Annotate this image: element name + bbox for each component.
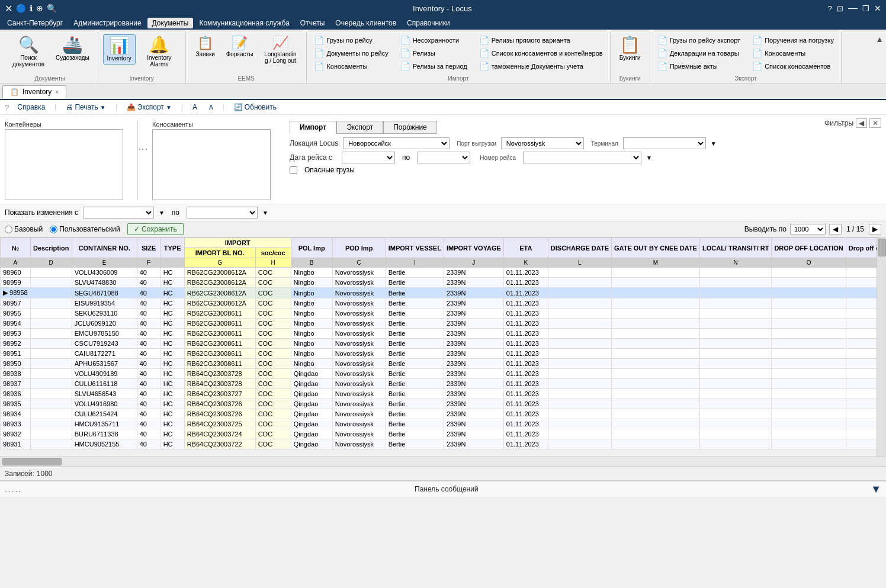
ribbon-longstanding[interactable]: 📈 Longstanding / Long out [259, 34, 301, 66]
search-icon-1[interactable]: ⊕ [36, 4, 43, 13]
menu-reference[interactable]: Справочники [402, 18, 455, 28]
h-scroll-thumb[interactable] [2, 458, 62, 465]
ribbon-customs-docs[interactable]: 📄 таможенные Документы учета [477, 60, 605, 72]
ribbon-loading-orders[interactable]: 📄 Поручения на погрузку [750, 34, 836, 46]
ribbon-bl-export[interactable]: 📄 Коносаменты [750, 47, 836, 59]
table-row[interactable]: 98935VOLU491698040HCRB64CQ23003726COCQin… [1, 399, 877, 409]
dangerous-cargo-check[interactable] [290, 166, 297, 174]
menu-spb[interactable]: Санкт-Петербург [2, 18, 68, 28]
filter-drag-divider[interactable]: ⋮ [137, 121, 138, 200]
msg-arrow[interactable]: ▼ [871, 483, 881, 496]
table-row[interactable]: ▶ 98958SEGU487108840HCRB62CG23008612ACOC… [1, 288, 877, 298]
vertical-scrollbar[interactable] [877, 237, 886, 457]
table-row[interactable]: 98950APHU653156740HCRB62CG23008611COCNin… [1, 359, 877, 369]
ribbon-damage[interactable]: 📄 Несохранности [398, 34, 470, 46]
horizontal-scrollbar[interactable] [0, 457, 886, 466]
help-btn-action[interactable]: Справка [14, 102, 49, 113]
table-container[interactable]: № Description CONTAINER NO. SIZE TYPE IM… [0, 237, 877, 457]
port-select[interactable]: Novorossiysk [501, 137, 584, 149]
scroll-thumb[interactable] [878, 239, 886, 256]
save-view-btn[interactable]: ✓ Сохранить [127, 223, 184, 235]
minimize-btn[interactable]: — [848, 3, 858, 14]
table-row[interactable]: 98931HMCU905215540HCRB64CQ23003722COCQin… [1, 439, 877, 449]
table-row[interactable]: 98952CSCU791924340HCRB62CG23008611COCNin… [1, 339, 877, 349]
main-table: № Description CONTAINER NO. SIZE TYPE IM… [0, 237, 877, 449]
changes-from-select[interactable] [83, 207, 154, 219]
table-row[interactable]: 98933HMCU913571140HCRB64CQ23003725COCQin… [1, 419, 877, 429]
custom-radio-label[interactable]: Пользовательский [50, 225, 120, 233]
tab-empty[interactable]: Порожние [383, 121, 437, 134]
table-row[interactable]: 98936SLVU465654340HCRB64CQ23003727COCQin… [1, 389, 877, 399]
changes-to-select[interactable] [187, 207, 258, 219]
date-to-select[interactable] [417, 152, 470, 163]
table-row[interactable]: 98959SLVU474883040HCRB62CG23008612ACOCNi… [1, 278, 877, 288]
ribbon-releases-period[interactable]: 📄 Релизы за период [398, 60, 470, 72]
table-row[interactable]: 98938VOLU490918940HCRB64CQ23003728COCQin… [1, 369, 877, 379]
tab-inventory[interactable]: 📋 Inventory × [2, 85, 66, 99]
restore-icon[interactable]: 🔵 [16, 4, 26, 13]
ribbon-search-docs[interactable]: 🔍 Поиск документов [7, 34, 50, 70]
ribbon-cargo-voyage[interactable]: 📄 Грузы по рейсу [312, 34, 390, 46]
custom-radio[interactable] [50, 226, 57, 233]
print-btn[interactable]: 🖨 Печать ▼ [62, 102, 109, 113]
ribbon-docs-voyage[interactable]: 📄 Документы по рейсу [312, 47, 390, 59]
filter-close-btn[interactable]: ✕ [869, 118, 881, 128]
refresh-btn[interactable]: 🔄 Обновить [230, 102, 280, 113]
ribbon-declarations[interactable]: 📄 Декларации на товары [655, 47, 743, 59]
page-next-btn[interactable]: ▶ [869, 224, 881, 234]
ribbon-bl-list-export[interactable]: 📄 Список коносаментов [750, 60, 836, 72]
konosaments-input[interactable] [152, 129, 271, 200]
close-btn[interactable]: ✕ [874, 4, 881, 13]
menu-comms[interactable]: Коммуникационная служба [194, 18, 294, 28]
font-large-btn[interactable]: А [189, 102, 201, 113]
font-small-btn[interactable]: А [206, 103, 217, 112]
base-radio[interactable] [5, 226, 12, 233]
voyage-select[interactable] [523, 152, 641, 163]
filter-collapse-btn[interactable]: ◀ [856, 118, 867, 128]
menu-docs[interactable]: Документы [147, 18, 194, 28]
menu-admin[interactable]: Администрирование [69, 18, 146, 28]
table-row[interactable]: 98957EISU991935440HCRB62CG23008612ACOCNi… [1, 298, 877, 309]
table-row[interactable]: 98954JCLU609912040HCRB62CG23008611COCNin… [1, 319, 877, 329]
maximize-btn[interactable]: ❐ [862, 4, 869, 13]
tab-export[interactable]: Экспорт [336, 121, 383, 134]
location-select[interactable]: Новороссийск [343, 137, 450, 149]
table-row[interactable]: 98932BURU671133840HCRB64CQ23003724COCQin… [1, 429, 877, 439]
menu-queue[interactable]: Очередь клиентов [330, 18, 401, 28]
ribbon-vessel-calls[interactable]: 🚢 Судозаходы [52, 34, 93, 63]
ribbon-release-direct[interactable]: 📄 Релизы прямого варианта [477, 34, 605, 46]
ribbon-inventory[interactable]: 📊 Inventory [103, 34, 136, 65]
perpage-select[interactable]: 1000 500 100 [790, 224, 826, 234]
table-row[interactable]: 98951CAIU817227140HCRB62CG23008611COCNin… [1, 349, 877, 359]
table-row[interactable]: 98953EMCU978515040HCRB62CG23008611COCNin… [1, 329, 877, 339]
letter-a: A [1, 258, 31, 268]
ribbon-bl-containers-list[interactable]: 📄 Список коносаментов и контейнеров [477, 47, 605, 59]
help-btn[interactable]: ? [828, 4, 832, 13]
page-prev-btn[interactable]: ◀ [829, 224, 842, 234]
table-row[interactable]: 98934CULU621542440HCRB64CQ23003726COCQin… [1, 409, 877, 419]
ribbon-orders[interactable]: 📋 Заявки [191, 34, 220, 60]
ribbon-collapse-icon[interactable]: ▲ [875, 34, 884, 44]
containers-input[interactable] [5, 129, 123, 200]
terminal-select[interactable] [623, 137, 706, 149]
export-btn[interactable]: 📤 Экспорт ▼ [123, 102, 175, 113]
date-from-select[interactable] [342, 152, 395, 163]
ribbon-releases[interactable]: 📄 Релизы [398, 47, 470, 59]
ribbon-inventory-alarms[interactable]: 🔔 Inventory Alarms [138, 34, 181, 70]
ribbon-bookings[interactable]: 📋 Букинги [615, 34, 645, 63]
tab-import[interactable]: Импорт [290, 121, 336, 134]
table-row[interactable]: 98937CULU611611840HCRB64CQ23003728COCQin… [1, 379, 877, 389]
table-row[interactable]: 98955SEKU629311040HCRB62CG23008611COCNin… [1, 309, 877, 319]
table-row[interactable]: 98960VOLU430600940HCRB62CG23008612ACOCNi… [1, 268, 877, 278]
containers-section: Контейнеры [5, 121, 123, 200]
ribbon-bl-import[interactable]: 📄 Коносаменты [312, 60, 390, 72]
app-icon: ✕ [5, 3, 12, 14]
ribbon-cargo-export[interactable]: 📄 Грузы по рейсу экспорт [655, 34, 743, 46]
tile-btn[interactable]: ⊡ [837, 4, 843, 13]
ribbon-acceptance[interactable]: 📄 Приемные акты [655, 60, 743, 72]
menu-reports[interactable]: Отчеты [296, 18, 329, 28]
search-icon-2[interactable]: 🔍 [47, 4, 57, 13]
ribbon-forecasts[interactable]: 📝 Форкасты [223, 34, 257, 60]
tab-close-btn[interactable]: × [55, 89, 59, 95]
base-radio-label[interactable]: Базовый [5, 225, 43, 233]
